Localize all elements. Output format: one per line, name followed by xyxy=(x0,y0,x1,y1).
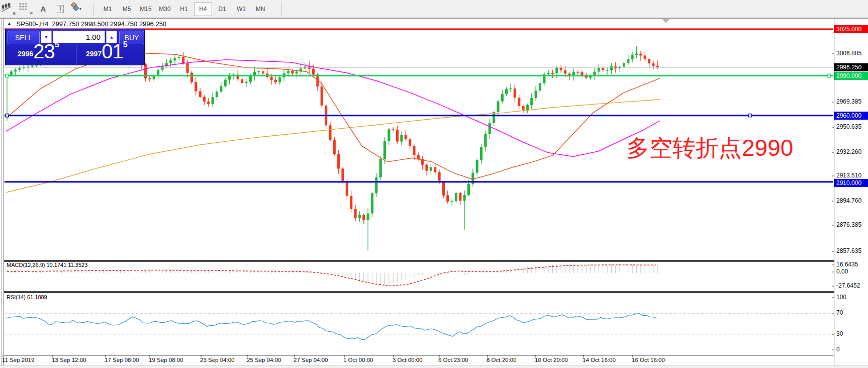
platform-window: E F A T ▾ M1M5M15M30H1H4D1W1MN xyxy=(0,0,868,368)
price-level-badge: 2996.250 xyxy=(834,63,868,71)
axis-tick-label: 2857.635 xyxy=(836,247,861,254)
axis-tick-label: 2969.385 xyxy=(836,98,861,105)
axis-tick-label: 70 xyxy=(836,309,843,316)
price-level-badge: 3025.000 xyxy=(834,25,868,33)
chart-ohlc: 2997.750 2998.500 2994.750 2996.250 xyxy=(52,20,166,28)
time-tick-label: 10 Oct 20:00 xyxy=(535,357,568,363)
triangle-up-icon: ▲ xyxy=(110,35,114,40)
axis-tick-label: 2894.760 xyxy=(836,197,861,204)
chart-annotation-text[interactable]: 多空转折点2990 xyxy=(626,133,793,164)
time-tick-label: 19 Sep 08:00 xyxy=(149,357,183,363)
time-tick-label: 25 Sep 04:00 xyxy=(247,357,281,363)
time-tick-label: 27 Sep 04:00 xyxy=(294,357,328,363)
quote-divider xyxy=(76,45,76,64)
chart-title: ▲ SP500-,H4 2997.750 2998.500 2994.750 2… xyxy=(7,20,166,28)
macd-label: MACD(12,26,9) 10.1741 11.3523 xyxy=(7,262,87,268)
time-tick-label: 8 Oct 20:00 xyxy=(487,357,516,363)
axis-tick-label: 2876.385 xyxy=(836,221,861,228)
axis-tick-label: 2932.260 xyxy=(836,148,861,155)
axis-tick-label: 30 xyxy=(836,330,843,337)
axis-tick-label: 3006.885 xyxy=(836,50,861,57)
axis-tick-label: 0.00 xyxy=(836,268,848,275)
rsi-label: RSI(14) 61.1889 xyxy=(7,294,47,300)
time-tick-label: 23 Sep 04:00 xyxy=(200,357,234,363)
price-level-badge: 2990.000 xyxy=(834,72,868,80)
axis-tick-label: 2913.510 xyxy=(836,172,861,179)
sell-quote[interactable]: 2996235 xyxy=(18,40,59,63)
triangle-down-icon: ▼ xyxy=(44,35,49,40)
time-tick-label: 13 Sep 12:00 xyxy=(52,357,86,363)
time-tick-label: 11 Sep 2019 xyxy=(2,357,34,363)
chart-symbol: SP500-,H4 xyxy=(17,20,49,28)
axis-tick-label: -27.6452 xyxy=(836,282,860,289)
axis-tick-label: 100 xyxy=(836,294,846,301)
time-tick-label: 16 Oct 16:00 xyxy=(632,357,665,363)
time-tick-label: 1 Oct 00:00 xyxy=(343,357,373,363)
time-tick-label: 3 Oct 00:00 xyxy=(393,357,422,363)
collapse-quote-arrow[interactable]: ▲ xyxy=(7,21,12,26)
time-tick-label: 17 Sep 08:00 xyxy=(105,357,139,363)
buy-quote[interactable]: 2997015 xyxy=(86,40,128,63)
axis-tick-label: 2950.635 xyxy=(836,123,861,130)
price-level-badge: 2960.000 xyxy=(834,112,868,120)
axis-tick-label: 16.6435 xyxy=(836,261,858,268)
one-click-trade-panel: SELL ▼ 1.00 ▲ BUY 2996235 2997015 xyxy=(5,29,145,65)
time-tick-label: 6 Oct 23:00 xyxy=(438,357,468,363)
price-level-badge: 2910.000 xyxy=(834,179,868,187)
axis-tick-label: 0 xyxy=(836,346,840,353)
time-tick-label: 14 Oct 16:00 xyxy=(583,357,616,363)
